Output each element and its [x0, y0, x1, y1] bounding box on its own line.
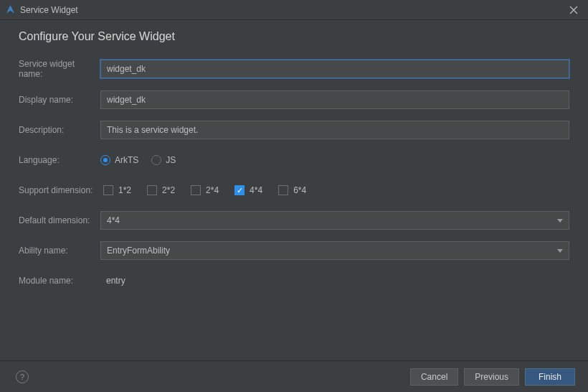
- check-6x4-label: 6*4: [293, 185, 306, 195]
- row-description: Description:: [19, 121, 569, 139]
- chevron-down-icon: [557, 246, 563, 256]
- radio-js-label: JS: [166, 155, 176, 165]
- help-icon[interactable]: ?: [16, 370, 29, 383]
- footer-bar: ? Cancel Previous Finish: [0, 360, 588, 392]
- checkbox-icon: [191, 185, 201, 195]
- row-display-name: Display name:: [19, 90, 569, 109]
- row-ability-name: Ability name: EntryFormAbility: [19, 241, 569, 260]
- check-1x2-label: 1*2: [118, 185, 131, 195]
- label-widget-name: Service widget name:: [19, 59, 100, 79]
- label-default-dimension: Default dimension:: [19, 215, 100, 225]
- module-name-value: entry: [100, 276, 125, 286]
- page-title: Configure Your Service Widget: [19, 30, 569, 43]
- chevron-down-icon: [557, 215, 563, 225]
- widget-name-input[interactable]: [100, 60, 569, 78]
- label-module-name: Module name:: [19, 276, 100, 286]
- form-content: Configure Your Service Widget Service wi…: [0, 20, 588, 290]
- footer-buttons: Cancel Previous Finish: [410, 368, 575, 386]
- radio-js[interactable]: JS: [151, 155, 176, 165]
- app-logo-icon: [4, 4, 16, 16]
- radio-arkts-label: ArkTS: [115, 155, 138, 165]
- row-support-dimension: Support dimension: 1*2 2*2 2*4 ✓ 4*4 6*4: [19, 181, 569, 200]
- ability-name-value: EntryFormAbility: [107, 246, 170, 256]
- close-icon[interactable]: [564, 0, 584, 20]
- support-dimension-group: 1*2 2*2 2*4 ✓ 4*4 6*4: [100, 185, 306, 195]
- check-6x4[interactable]: 6*4: [278, 185, 306, 195]
- titlebar: Service Widget: [0, 0, 588, 20]
- window-title: Service Widget: [20, 5, 78, 15]
- label-support-dimension: Support dimension:: [19, 185, 100, 195]
- checkbox-icon: [103, 185, 113, 195]
- radio-arkts[interactable]: ArkTS: [100, 155, 138, 165]
- row-module-name: Module name: entry: [19, 271, 569, 290]
- language-radio-group: ArkTS JS: [100, 155, 176, 165]
- previous-button[interactable]: Previous: [464, 368, 519, 386]
- default-dimension-value: 4*4: [107, 215, 120, 225]
- checkbox-icon: [147, 185, 157, 195]
- default-dimension-select[interactable]: 4*4: [100, 211, 569, 230]
- row-language: Language: ArkTS JS: [19, 151, 569, 169]
- check-4x4[interactable]: ✓ 4*4: [234, 185, 262, 195]
- label-language: Language:: [19, 155, 100, 165]
- check-2x4-label: 2*4: [206, 185, 219, 195]
- label-ability-name: Ability name:: [19, 246, 100, 256]
- finish-button[interactable]: Finish: [525, 368, 575, 386]
- checkbox-icon: ✓: [234, 185, 245, 195]
- row-widget-name: Service widget name:: [19, 59, 569, 79]
- ability-name-select[interactable]: EntryFormAbility: [100, 241, 569, 260]
- radio-circle-icon: [151, 155, 161, 165]
- check-1x2[interactable]: 1*2: [103, 185, 131, 195]
- description-input[interactable]: [100, 121, 569, 139]
- display-name-input[interactable]: [100, 90, 569, 109]
- label-display-name: Display name:: [19, 95, 100, 105]
- label-description: Description:: [19, 125, 100, 135]
- check-2x2[interactable]: 2*2: [147, 185, 175, 195]
- check-2x2-label: 2*2: [162, 185, 175, 195]
- checkbox-icon: [278, 185, 288, 195]
- row-default-dimension: Default dimension: 4*4: [19, 211, 569, 230]
- check-2x4[interactable]: 2*4: [191, 185, 219, 195]
- cancel-button[interactable]: Cancel: [410, 368, 458, 386]
- radio-circle-icon: [100, 155, 110, 165]
- check-4x4-label: 4*4: [250, 185, 262, 195]
